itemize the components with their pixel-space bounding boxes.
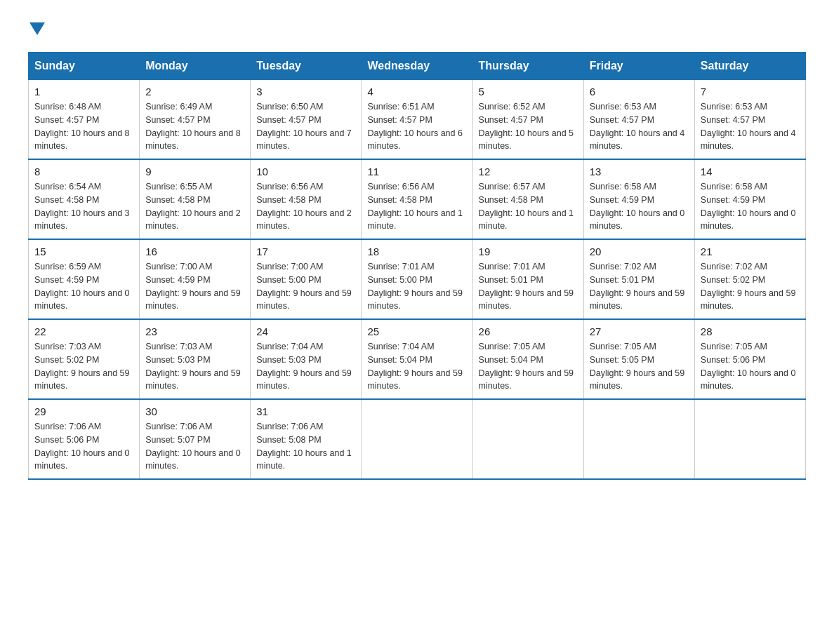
calendar-week-row: 22 Sunrise: 7:03 AM Sunset: 5:02 PM Dayl… — [29, 319, 806, 399]
table-row: 6 Sunrise: 6:53 AM Sunset: 4:57 PM Dayli… — [583, 80, 694, 160]
day-info: Sunrise: 7:04 AM Sunset: 5:04 PM Dayligh… — [367, 340, 466, 393]
sunset-text: Sunset: 4:58 PM — [367, 195, 432, 205]
sunrise-text: Sunrise: 7:03 AM — [145, 342, 212, 351]
daylight-text: Daylight: 10 hours and 7 minutes. — [256, 128, 352, 152]
daylight-text: Daylight: 9 hours and 59 minutes. — [367, 288, 463, 311]
day-number: 21 — [701, 246, 800, 257]
daylight-text: Daylight: 9 hours and 59 minutes. — [145, 288, 241, 311]
sunset-text: Sunset: 4:57 PM — [367, 115, 432, 125]
sunrise-text: Sunrise: 6:51 AM — [367, 102, 434, 112]
table-row: 21 Sunrise: 7:02 AM Sunset: 5:02 PM Dayl… — [694, 239, 805, 319]
daylight-text: Daylight: 10 hours and 0 minutes. — [590, 208, 685, 232]
daylight-text: Daylight: 10 hours and 8 minutes. — [145, 128, 241, 152]
day-number: 6 — [590, 86, 689, 98]
daylight-text: Daylight: 10 hours and 1 minute. — [256, 448, 352, 471]
day-number: 22 — [34, 326, 133, 337]
day-number: 24 — [256, 326, 355, 337]
daylight-text: Daylight: 9 hours and 59 minutes. — [479, 288, 574, 311]
table-row: 8 Sunrise: 6:54 AM Sunset: 4:58 PM Dayli… — [29, 159, 140, 239]
daylight-text: Daylight: 10 hours and 4 minutes. — [701, 128, 796, 152]
sunset-text: Sunset: 5:00 PM — [256, 275, 321, 285]
table-row — [472, 399, 583, 479]
table-row: 31 Sunrise: 7:06 AM Sunset: 5:08 PM Dayl… — [251, 399, 362, 479]
sunset-text: Sunset: 5:01 PM — [479, 275, 543, 285]
sunset-text: Sunset: 4:57 PM — [590, 115, 654, 125]
table-row: 19 Sunrise: 7:01 AM Sunset: 5:01 PM Dayl… — [472, 239, 583, 319]
daylight-text: Daylight: 10 hours and 0 minutes. — [701, 208, 796, 232]
table-row: 5 Sunrise: 6:52 AM Sunset: 4:57 PM Dayli… — [472, 80, 583, 160]
sunrise-text: Sunrise: 7:04 AM — [256, 342, 323, 351]
day-info: Sunrise: 7:01 AM Sunset: 5:01 PM Dayligh… — [479, 260, 578, 313]
col-friday: Friday — [583, 53, 694, 80]
day-info: Sunrise: 7:06 AM Sunset: 5:08 PM Dayligh… — [256, 420, 355, 473]
day-info: Sunrise: 7:00 AM Sunset: 5:00 PM Dayligh… — [256, 260, 355, 313]
table-row: 28 Sunrise: 7:05 AM Sunset: 5:06 PM Dayl… — [694, 319, 805, 399]
sunset-text: Sunset: 4:59 PM — [590, 195, 654, 205]
sunset-text: Sunset: 5:04 PM — [479, 355, 543, 365]
day-info: Sunrise: 7:00 AM Sunset: 4:59 PM Dayligh… — [145, 260, 244, 313]
day-info: Sunrise: 7:02 AM Sunset: 5:01 PM Dayligh… — [590, 260, 689, 313]
day-info: Sunrise: 7:02 AM Sunset: 5:02 PM Dayligh… — [701, 260, 800, 313]
daylight-text: Daylight: 10 hours and 4 minutes. — [590, 128, 685, 152]
daylight-text: Daylight: 9 hours and 59 minutes. — [34, 368, 130, 391]
col-wednesday: Wednesday — [362, 53, 472, 80]
sunset-text: Sunset: 4:58 PM — [256, 195, 321, 205]
sunrise-text: Sunrise: 7:02 AM — [701, 262, 767, 271]
day-number: 14 — [701, 166, 800, 177]
sunset-text: Sunset: 5:06 PM — [34, 435, 99, 445]
sunset-text: Sunset: 4:57 PM — [256, 115, 321, 125]
table-row: 27 Sunrise: 7:05 AM Sunset: 5:05 PM Dayl… — [583, 319, 694, 399]
table-row: 9 Sunrise: 6:55 AM Sunset: 4:58 PM Dayli… — [140, 159, 251, 239]
col-saturday: Saturday — [694, 53, 805, 80]
day-info: Sunrise: 7:06 AM Sunset: 5:06 PM Dayligh… — [34, 420, 133, 473]
sunrise-text: Sunrise: 6:49 AM — [145, 102, 212, 112]
sunrise-text: Sunrise: 7:05 AM — [479, 342, 545, 351]
day-number: 26 — [479, 326, 578, 337]
sunset-text: Sunset: 5:04 PM — [367, 355, 432, 365]
sunrise-text: Sunrise: 7:06 AM — [145, 422, 212, 431]
sunrise-text: Sunrise: 7:03 AM — [34, 342, 101, 351]
sunset-text: Sunset: 4:58 PM — [34, 195, 99, 205]
day-number: 2 — [145, 86, 244, 98]
day-number: 25 — [367, 326, 466, 337]
day-info: Sunrise: 6:50 AM Sunset: 4:57 PM Dayligh… — [256, 100, 355, 153]
day-info: Sunrise: 6:57 AM Sunset: 4:58 PM Dayligh… — [479, 180, 578, 233]
sunrise-text: Sunrise: 7:00 AM — [256, 262, 323, 271]
logo-triangle-icon — [29, 22, 45, 38]
daylight-text: Daylight: 10 hours and 1 minute. — [479, 208, 574, 232]
sunset-text: Sunset: 4:59 PM — [145, 275, 210, 285]
daylight-text: Daylight: 9 hours and 59 minutes. — [590, 288, 685, 311]
daylight-text: Daylight: 9 hours and 59 minutes. — [256, 368, 352, 391]
sunset-text: Sunset: 4:57 PM — [479, 115, 543, 125]
day-info: Sunrise: 6:58 AM Sunset: 4:59 PM Dayligh… — [701, 180, 800, 233]
sunrise-text: Sunrise: 7:06 AM — [34, 422, 101, 431]
sunrise-text: Sunrise: 7:00 AM — [145, 262, 212, 271]
table-row: 3 Sunrise: 6:50 AM Sunset: 4:57 PM Dayli… — [251, 80, 362, 160]
day-info: Sunrise: 6:52 AM Sunset: 4:57 PM Dayligh… — [479, 100, 578, 153]
day-info: Sunrise: 7:05 AM Sunset: 5:04 PM Dayligh… — [479, 340, 578, 393]
sunrise-text: Sunrise: 7:01 AM — [367, 262, 434, 271]
day-number: 19 — [479, 246, 578, 257]
table-row: 13 Sunrise: 6:58 AM Sunset: 4:59 PM Dayl… — [583, 159, 694, 239]
table-row: 12 Sunrise: 6:57 AM Sunset: 4:58 PM Dayl… — [472, 159, 583, 239]
table-row: 26 Sunrise: 7:05 AM Sunset: 5:04 PM Dayl… — [472, 319, 583, 399]
table-row: 24 Sunrise: 7:04 AM Sunset: 5:03 PM Dayl… — [251, 319, 362, 399]
sunrise-text: Sunrise: 7:06 AM — [256, 422, 323, 431]
table-row: 10 Sunrise: 6:56 AM Sunset: 4:58 PM Dayl… — [251, 159, 362, 239]
table-row: 29 Sunrise: 7:06 AM Sunset: 5:06 PM Dayl… — [29, 399, 140, 479]
sunrise-text: Sunrise: 6:52 AM — [479, 102, 545, 112]
sunset-text: Sunset: 5:05 PM — [590, 355, 654, 365]
logo — [28, 21, 55, 38]
sunrise-text: Sunrise: 6:50 AM — [256, 102, 323, 112]
sunset-text: Sunset: 4:57 PM — [701, 115, 765, 125]
sunset-text: Sunset: 5:07 PM — [145, 435, 210, 445]
daylight-text: Daylight: 10 hours and 5 minutes. — [479, 128, 574, 152]
calendar-week-row: 15 Sunrise: 6:59 AM Sunset: 4:59 PM Dayl… — [29, 239, 806, 319]
table-row: 30 Sunrise: 7:06 AM Sunset: 5:07 PM Dayl… — [140, 399, 251, 479]
daylight-text: Daylight: 10 hours and 0 minutes. — [34, 288, 130, 311]
col-thursday: Thursday — [472, 53, 583, 80]
sunset-text: Sunset: 4:59 PM — [701, 195, 765, 205]
day-number: 4 — [367, 86, 466, 98]
day-info: Sunrise: 6:56 AM Sunset: 4:58 PM Dayligh… — [256, 180, 355, 233]
calendar-week-row: 8 Sunrise: 6:54 AM Sunset: 4:58 PM Dayli… — [29, 159, 806, 239]
